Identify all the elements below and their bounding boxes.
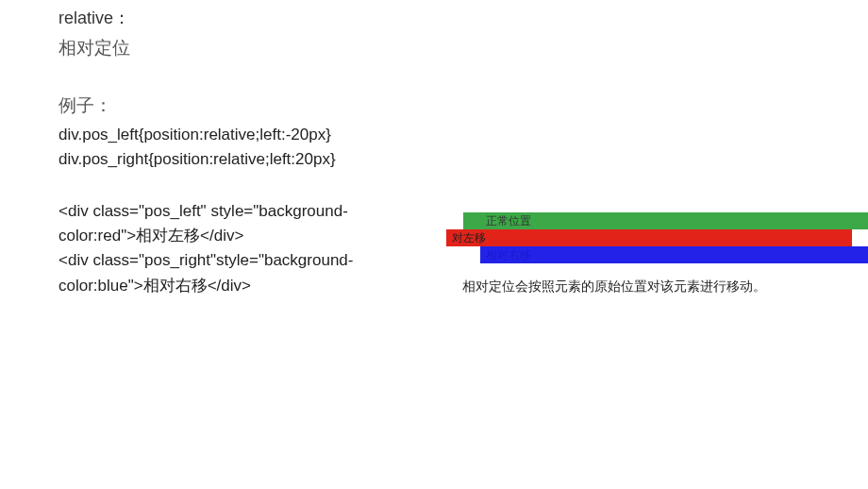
left-column: relative： 相对定位 例子： div.pos_left{position… [58, 6, 436, 298]
css-line-2: div.pos_right{position:relative;left:20p… [58, 147, 436, 172]
explanation-text: 相对定位会按照元素的原始位置对该元素进行移动。 [462, 278, 766, 295]
heading-relative: relative： [58, 6, 436, 31]
html-line-2b: color:blue">相对右移</div> [58, 274, 436, 298]
heading-sub: 相对定位 [58, 35, 436, 62]
demo-bar-right: 相对右移 [480, 246, 868, 263]
demo-bar-normal: 正常位置 [463, 212, 868, 229]
demo-bar-left: 对左移 [446, 229, 852, 246]
html-line-2a: <div class="pos_right"style="background- [58, 248, 436, 273]
demo-area: 正常位置 对左移 相对右移 [448, 212, 854, 263]
example-label: 例子： [58, 93, 436, 120]
css-line-1: div.pos_left{position:relative;left:-20p… [58, 123, 436, 147]
html-line-1b: color:red">相对左移</div> [58, 224, 436, 248]
html-line-1a: <div class="pos_left" style="background- [58, 199, 436, 224]
